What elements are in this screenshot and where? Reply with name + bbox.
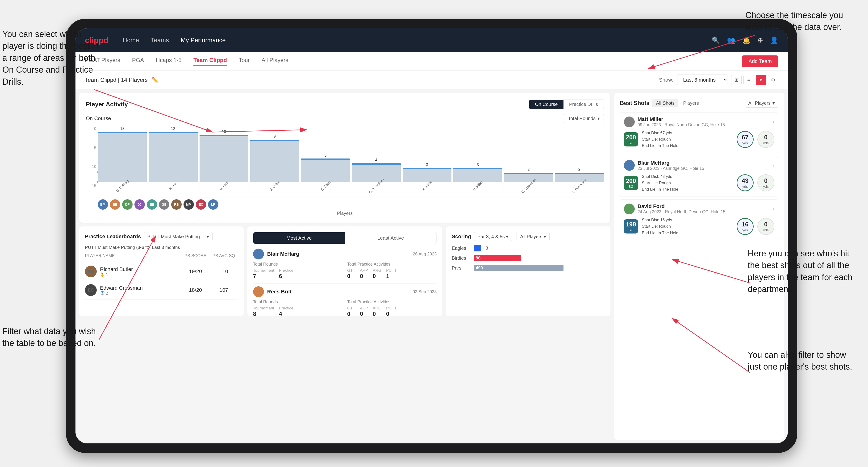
annotation-timescale: Choose the timescale you wish to see the…: [745, 9, 849, 33]
scoring-row-pars: Pars 499: [452, 264, 605, 271]
best-shots-title: Best Shots: [620, 100, 649, 106]
bar-group: 2 L. Robertson: [555, 127, 604, 188]
scoring-value: 3: [486, 246, 488, 251]
add-icon[interactable]: ⊕: [757, 36, 763, 44]
tablet-screen: clippd Home Teams My Performance 🔍 👥 🔔 ⊕…: [75, 28, 788, 443]
scoring-bar: 499: [474, 264, 563, 271]
player-avatar[interactable]: MM: [184, 199, 194, 210]
grid-view-button[interactable]: ⊞: [731, 75, 742, 85]
player-name: Edward Crossman: [100, 285, 181, 291]
players-tab[interactable]: Players: [679, 99, 703, 107]
edit-team-icon[interactable]: ✏️: [152, 76, 159, 83]
player-avatar[interactable]: BM: [98, 199, 108, 210]
shot-card-blair[interactable]: Blair McHarg 23 Jul 2023 · Ashridge GC, …: [620, 156, 778, 197]
bar-chart-area: 15 10 5 0 13 B. McHarg: [86, 127, 604, 197]
bar-group: 13 B. McHarg: [98, 127, 147, 188]
practice-activities-group: Total Practice Activities GTT 0 APP 0: [347, 300, 437, 316]
player-avatars-row: BM BB DF JC EE GB RB MM EC LR: [86, 199, 604, 210]
table-row[interactable]: EC Edward Crossman 🥈 2 18/20 107: [85, 281, 238, 300]
settings-view-button[interactable]: ⚙: [768, 75, 778, 85]
player-avatar: RB: [85, 266, 97, 277]
shot-info: Shot Dist: 67 yds Start Lie: Rough End L…: [642, 130, 733, 149]
bar-group: 10 D. Ford: [199, 127, 248, 188]
scoring-bars: Eagles 3 Birdies 96: [452, 245, 605, 271]
scoring-label: Pars: [452, 266, 470, 271]
player-avatar[interactable]: LR: [208, 199, 218, 210]
chevron-down-icon: ▾: [597, 116, 600, 121]
player-avatar[interactable]: RB: [171, 199, 182, 210]
shot-stats: 200 SG Shot Dist: 67 yds Start Lie: Roug…: [624, 130, 774, 149]
shot-player-avatar: [624, 160, 635, 171]
player-avatar: EC: [85, 284, 97, 296]
practice-dropdown[interactable]: PUTT Must Make Putting ... ▾: [144, 232, 212, 241]
shot-player-name: David Ford: [638, 203, 725, 210]
scoring-bar: 96: [474, 255, 521, 261]
col-pb-avg: PB AVG SQ: [210, 253, 238, 258]
stats-item: GTT 0: [347, 268, 355, 280]
stat-distance: 67 yds: [737, 131, 753, 148]
stats-row: GTT 0 APP 0 ARG 0: [347, 268, 437, 280]
chart-metric-dropdown[interactable]: Total Rounds ▾: [564, 114, 604, 123]
tab-team-clippd[interactable]: Team Clippd: [193, 57, 227, 66]
bar-group: 4 G. Billingham: [352, 127, 401, 188]
on-course-toggle[interactable]: On Course: [529, 100, 563, 109]
table-header: PLAYER NAME PB SCORE PB AVG SQ: [85, 253, 238, 260]
col-pb-score: PB SCORE: [181, 253, 210, 258]
shot-badge: 200 SG: [624, 132, 638, 147]
active-tabs: Most Active Least Active: [253, 232, 437, 244]
tab-tour[interactable]: Tour: [239, 57, 250, 66]
bell-icon[interactable]: 🔔: [742, 36, 750, 44]
player-avatar[interactable]: DF: [122, 199, 132, 210]
shot-card-david[interactable]: David Ford 24 Aug 2023 · Royal North Dev…: [620, 199, 778, 240]
tab-hcaps[interactable]: Hcaps 1-5: [156, 57, 182, 66]
stats-item: PUTT 0: [386, 306, 397, 316]
chevron-right-icon: ›: [772, 162, 774, 168]
stat-zero: 0 yds: [757, 218, 774, 235]
player-avatar[interactable]: BB: [110, 199, 120, 210]
active-player-row: Rees Britt 02 Sep 2023: [253, 286, 437, 297]
profile-icon[interactable]: 👤: [770, 36, 778, 44]
par-dropdown[interactable]: Par 3, 4 & 5s ▾: [474, 232, 512, 241]
list-view-button[interactable]: ≡: [743, 75, 754, 85]
players-dropdown[interactable]: All Players ▾: [517, 232, 550, 241]
tab-pga[interactable]: PGA: [132, 57, 144, 66]
least-active-tab[interactable]: Least Active: [345, 232, 436, 244]
player-activity-title: Player Activity: [86, 101, 529, 108]
table-row[interactable]: RB Richard Butler 🥇 1 19/20 110: [85, 262, 238, 281]
practice-leaderboards-card: Practice Leaderboards PUTT Must Make Put…: [79, 226, 244, 316]
search-icon[interactable]: 🔍: [712, 36, 720, 44]
bar-jcoles: [250, 139, 299, 182]
add-team-button[interactable]: Add Team: [742, 55, 778, 67]
nav-home[interactable]: Home: [123, 36, 139, 44]
time-select[interactable]: Last 3 months Last 6 months Last 12 mont…: [677, 74, 727, 85]
active-player-row: Blair McHarg 26 Aug 2023: [253, 249, 437, 259]
shot-stats: 200 SG Shot Dist: 43 yds Start Lie: Roug…: [624, 173, 774, 193]
player-avatar[interactable]: GB: [159, 199, 169, 210]
scoring-row-birdies: Birdies 96: [452, 255, 605, 261]
bottom-row: Practice Leaderboards PUTT Must Make Put…: [79, 226, 611, 316]
shot-player-details: Blair McHarg 23 Jul 2023 · Ashridge GC, …: [638, 160, 704, 171]
chevron-right-icon: ›: [772, 206, 774, 212]
practice-drills-toggle[interactable]: Practice Drills: [563, 100, 603, 109]
player-avatar[interactable]: EE: [147, 199, 157, 210]
team-header: Team Clippd | 14 Players ✏️ Show: Last 3…: [75, 71, 788, 89]
card-view-button[interactable]: ♥: [756, 75, 766, 85]
all-players-filter[interactable]: All Players ▾: [745, 99, 778, 107]
shot-player-details: Matt Miller 09 Jun 2023 · Royal North De…: [638, 116, 725, 127]
tab-all-players[interactable]: All Players: [261, 57, 288, 66]
most-active-tab[interactable]: Most Active: [253, 232, 345, 244]
shot-player-info: Blair McHarg 23 Jul 2023 · Ashridge GC, …: [624, 160, 774, 171]
nav-teams[interactable]: Teams: [151, 36, 169, 44]
bar-group: 9 J. Coles: [250, 127, 299, 188]
shot-card-matt[interactable]: Matt Miller 09 Jun 2023 · Royal North De…: [620, 112, 778, 153]
total-rounds-label: Total Rounds: [253, 262, 342, 267]
nav-myperformance[interactable]: My Performance: [181, 36, 226, 44]
bar-chart-wrapper: Total Rounds 15 10 5 0 13: [86, 127, 604, 216]
all-shots-tab[interactable]: All Shots: [652, 99, 678, 107]
people-icon[interactable]: 👥: [727, 36, 735, 44]
player-avatar[interactable]: EC: [196, 199, 206, 210]
shot-info: Shot Dist: 43 yds Start Lie: Rough End L…: [642, 173, 733, 193]
player-avatar[interactable]: JC: [134, 199, 145, 210]
stat-distance: 16 yds: [737, 218, 753, 235]
shot-player-avatar: [624, 117, 635, 127]
